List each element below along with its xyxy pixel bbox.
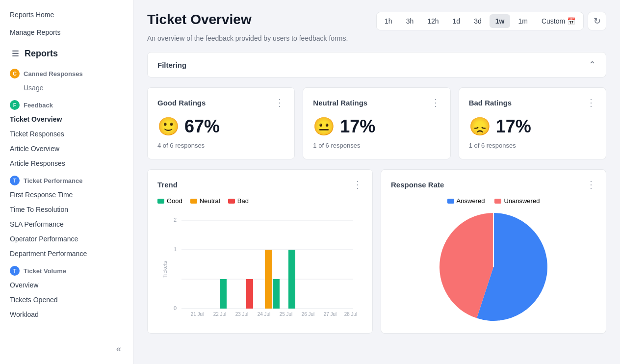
sidebar-item-operator-performance[interactable]: Operator Performance xyxy=(0,232,133,246)
sidebar-item-article-overview[interactable]: Article Overview xyxy=(0,141,133,156)
legend-neutral-label: Neutral xyxy=(200,197,220,205)
sidebar: Reports Home Manage Reports ☰ Reports C … xyxy=(0,0,133,364)
time-btn-3d[interactable]: 3d xyxy=(468,14,488,28)
ticket-perf-group-label: Ticket Performance xyxy=(24,177,82,184)
good-ratings-title: Good Ratings xyxy=(157,99,206,107)
legend-good-label: Good xyxy=(167,197,182,205)
svg-text:Tickets: Tickets xyxy=(162,260,168,278)
legend-neutral-dot xyxy=(190,199,197,204)
legend-neutral: Neutral xyxy=(190,197,220,205)
response-rate-title: Response Rate xyxy=(391,181,444,189)
svg-text:0: 0 xyxy=(174,305,177,311)
svg-text:26 Jul: 26 Jul xyxy=(302,312,315,317)
svg-text:1: 1 xyxy=(174,246,177,252)
time-btn-3h[interactable]: 3h xyxy=(400,14,420,28)
time-btn-1w[interactable]: 1w xyxy=(490,14,511,28)
svg-text:21 Jul: 21 Jul xyxy=(191,312,204,317)
sidebar-item-overview[interactable]: Overview xyxy=(0,278,133,292)
trend-chart-card: Trend ⋮ Good Neutral Bad xyxy=(147,169,373,334)
main-content: Ticket Overview 1h 3h 12h 1d 3d 1w 1m Cu… xyxy=(133,0,620,364)
svg-text:2: 2 xyxy=(174,217,177,223)
reports-section-icon: ☰ xyxy=(10,48,21,59)
charts-row: Trend ⋮ Good Neutral Bad xyxy=(147,169,606,334)
time-btn-12h[interactable]: 12h xyxy=(421,14,444,28)
svg-text:Day: Day xyxy=(265,317,275,318)
ticket-perf-badge: T xyxy=(10,176,20,185)
canned-group-label: Canned Responses xyxy=(24,70,83,78)
svg-text:25 Jul: 25 Jul xyxy=(280,312,293,317)
pie-legend: Answered Unanswered xyxy=(391,197,596,205)
sidebar-item-department-performance[interactable]: Department Performance xyxy=(0,246,133,261)
trend-bar-chart: 2 1 0 Tickets 21 Jul 22 xyxy=(157,210,362,318)
legend-good-dot xyxy=(157,199,164,204)
legend-unanswered-label: Unanswered xyxy=(504,197,540,205)
bar-23-good xyxy=(220,279,227,309)
sidebar-section-header: ☰ Reports xyxy=(0,39,133,64)
legend-answered: Answered xyxy=(447,197,485,205)
time-btn-1m[interactable]: 1m xyxy=(512,14,533,28)
bad-percent: 17% xyxy=(496,116,531,137)
sidebar-link-reports-home[interactable]: Reports Home xyxy=(0,4,133,22)
legend-bad-dot xyxy=(228,199,235,204)
bad-ratings-menu[interactable]: ⋮ xyxy=(586,98,596,107)
feedback-badge: F xyxy=(10,100,20,110)
bar-26-good xyxy=(288,250,295,309)
sidebar-item-usage[interactable]: Usage xyxy=(0,80,133,95)
time-btn-custom[interactable]: Custom 📅 xyxy=(536,14,581,28)
neutral-ratings-card: Neutral Ratings ⋮ 😐 17% 1 of 6 responses xyxy=(303,87,450,159)
page-title: Ticket Overview xyxy=(147,12,252,27)
page-header: Ticket Overview 1h 3h 12h 1d 3d 1w 1m Cu… xyxy=(147,12,606,30)
neutral-ratings-title: Neutral Ratings xyxy=(313,99,367,107)
bad-sub: 1 of 6 responses xyxy=(469,142,596,149)
time-btn-1d[interactable]: 1d xyxy=(447,14,466,28)
time-btn-1h[interactable]: 1h xyxy=(379,14,398,28)
filter-bar: Filtering ⌃ xyxy=(147,52,606,78)
sidebar-item-tickets-opened[interactable]: Tickets Opened xyxy=(0,292,133,307)
sidebar-group-canned-responses: C Canned Responses xyxy=(0,64,133,80)
pie-chart-container xyxy=(391,210,596,323)
good-ratings-card: Good Ratings ⋮ 🙂 67% 4 of 6 responses xyxy=(147,87,295,159)
svg-text:27 Jul: 27 Jul xyxy=(324,312,337,317)
sidebar-group-feedback: F Feedback xyxy=(0,95,133,112)
bar-24-bad xyxy=(246,279,253,309)
ticket-vol-group-label: Ticket Volume xyxy=(24,267,66,275)
filter-collapse-icon[interactable]: ⌃ xyxy=(589,59,596,70)
refresh-button[interactable]: ↻ xyxy=(588,12,606,30)
canned-badge: C xyxy=(10,69,20,78)
sidebar-item-time-to-resolution[interactable]: Time To Resolution xyxy=(0,202,133,217)
bar-25-neutral xyxy=(265,250,272,309)
legend-good: Good xyxy=(157,197,182,205)
filter-label: Filtering xyxy=(157,61,186,69)
sidebar-group-ticket-volume: T Ticket Volume xyxy=(0,261,133,278)
svg-text:28 Jul: 28 Jul xyxy=(344,312,358,317)
sidebar-item-ticket-responses[interactable]: Ticket Responses xyxy=(0,127,133,141)
trend-legend: Good Neutral Bad xyxy=(157,197,362,205)
trend-chart-menu[interactable]: ⋮ xyxy=(353,180,362,189)
sidebar-item-first-response-time[interactable]: First Response Time xyxy=(0,187,133,202)
sidebar-item-workload[interactable]: Workload xyxy=(0,307,133,322)
good-ratings-menu[interactable]: ⋮ xyxy=(275,98,284,107)
bar-25-good xyxy=(273,279,280,309)
neutral-ratings-menu[interactable]: ⋮ xyxy=(431,98,440,107)
sidebar-item-sla-performance[interactable]: SLA Performance xyxy=(0,217,133,232)
time-filter-bar: 1h 3h 12h 1d 3d 1w 1m Custom 📅 xyxy=(376,12,584,30)
page-subtitle: An overview of the feedback provided by … xyxy=(147,34,606,42)
legend-bad-label: Bad xyxy=(237,197,249,205)
sidebar-item-ticket-overview[interactable]: Ticket Overview xyxy=(0,112,133,127)
legend-unanswered: Unanswered xyxy=(494,197,540,205)
sidebar-link-manage-reports[interactable]: Manage Reports xyxy=(0,22,133,39)
svg-text:23 Jul: 23 Jul xyxy=(235,312,249,317)
good-sub: 4 of 6 responses xyxy=(157,142,284,149)
sidebar-group-ticket-performance: T Ticket Performance xyxy=(0,171,133,187)
svg-text:24 Jul: 24 Jul xyxy=(258,312,271,317)
svg-text:22 Jul: 22 Jul xyxy=(213,312,227,317)
legend-answered-dot xyxy=(447,199,454,204)
legend-bad: Bad xyxy=(228,197,249,205)
feedback-group-label: Feedback xyxy=(24,102,53,109)
ticket-vol-badge: T xyxy=(10,266,20,276)
legend-answered-label: Answered xyxy=(457,197,485,205)
sidebar-item-article-responses[interactable]: Article Responses xyxy=(0,156,133,171)
response-rate-menu[interactable]: ⋮ xyxy=(586,180,596,189)
response-rate-pie xyxy=(439,213,547,321)
sidebar-collapse-button[interactable]: « xyxy=(112,342,125,356)
